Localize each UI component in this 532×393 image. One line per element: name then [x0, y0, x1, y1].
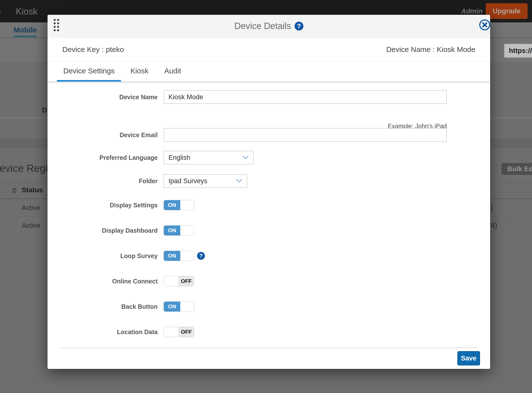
- modal-title: Device Details: [234, 21, 291, 31]
- location-data-label: Location Data: [48, 327, 158, 337]
- table-row-status: Active: [22, 222, 40, 229]
- back-button-toggle[interactable]: ON: [164, 301, 194, 312]
- preferred-language-row: Preferred Language English: [48, 151, 490, 164]
- device-email-label: Device Email: [48, 128, 158, 142]
- modal-subheader: Device Key : pteko Device Name : Kiosk M…: [48, 37, 490, 62]
- device-details-modal: Device Details ? Device Key : pteko Devi…: [48, 15, 490, 369]
- preferred-language-label: Preferred Language: [48, 151, 158, 164]
- folder-label: Folder: [48, 174, 158, 188]
- preferred-language-select[interactable]: English: [164, 151, 254, 164]
- tab-kiosk[interactable]: Kiosk: [124, 62, 155, 82]
- display-settings-row: Display Settings ON: [48, 200, 490, 210]
- device-name-text: Device Name : Kiosk Mode: [386, 45, 475, 54]
- tab-audit[interactable]: Audit: [158, 62, 187, 82]
- close-icon[interactable]: [479, 19, 490, 31]
- device-name-input[interactable]: [164, 90, 447, 104]
- table-row-fragment: 8): [491, 221, 497, 229]
- back-button-label: Back Button: [48, 301, 158, 312]
- back-button-row: Back Button ON: [48, 301, 490, 312]
- help-icon[interactable]: ?: [295, 22, 303, 31]
- online-connect-label: Online Connect: [48, 276, 158, 286]
- save-button[interactable]: Save: [457, 351, 480, 365]
- tab-device-settings[interactable]: Device Settings: [57, 62, 121, 82]
- page-title: Kiosk: [16, 6, 37, 17]
- display-settings-label: Display Settings: [48, 200, 158, 210]
- device-name-label: Device Name: [48, 90, 158, 104]
- admin-menu[interactable]: Admin: [461, 7, 482, 15]
- folder-row: Folder Ipad Surveys: [48, 174, 490, 188]
- folder-select[interactable]: Ipad Surveys: [164, 174, 247, 188]
- sort-arrows-icon[interactable]: [12, 187, 17, 194]
- display-dashboard-toggle[interactable]: ON: [164, 225, 194, 236]
- loop-survey-toggle[interactable]: ON: [164, 251, 194, 261]
- url-field[interactable]: https://qa.: [504, 44, 532, 58]
- footer-dashed-divider: [61, 348, 477, 348]
- display-dashboard-row: Display Dashboard ON: [48, 225, 490, 236]
- device-key-text: Device Key : pteko: [62, 45, 124, 54]
- location-data-row: Location Data OFF: [48, 327, 490, 337]
- status-column-header[interactable]: Status: [22, 186, 43, 194]
- loop-survey-label: Loop Survey: [48, 251, 158, 261]
- chevron-down-icon: [242, 154, 249, 162]
- tab-mobile[interactable]: Mobile: [14, 26, 37, 37]
- online-connect-toggle[interactable]: OFF: [164, 276, 194, 286]
- table-row-status: Active: [22, 204, 40, 212]
- breadcrumb-chevron-icon: ›: [0, 5, 1, 16]
- location-data-toggle[interactable]: OFF: [164, 327, 194, 337]
- modal-tab-bar: Device Settings Kiosk Audit: [48, 62, 490, 82]
- device-name-row: Device Name: [48, 90, 490, 104]
- chevron-down-icon: [235, 177, 243, 185]
- device-email-input[interactable]: [164, 128, 447, 142]
- table-row-fragment: ): [491, 203, 493, 212]
- online-connect-row: Online Connect OFF: [48, 276, 490, 286]
- upgrade-now-button[interactable]: Upgrade Now: [486, 3, 528, 19]
- loop-survey-row: Loop Survey ON ?: [48, 251, 490, 261]
- bulk-edit-devices-button[interactable]: Bulk Edit Dev: [501, 163, 532, 175]
- device-email-row: Device Email: [48, 128, 490, 142]
- display-settings-toggle[interactable]: ON: [164, 200, 194, 210]
- loop-survey-help-icon[interactable]: ?: [197, 252, 205, 260]
- background-label-fragment: D: [42, 106, 47, 114]
- modal-header: Device Details ?: [48, 15, 490, 37]
- display-dashboard-label: Display Dashboard: [48, 225, 158, 236]
